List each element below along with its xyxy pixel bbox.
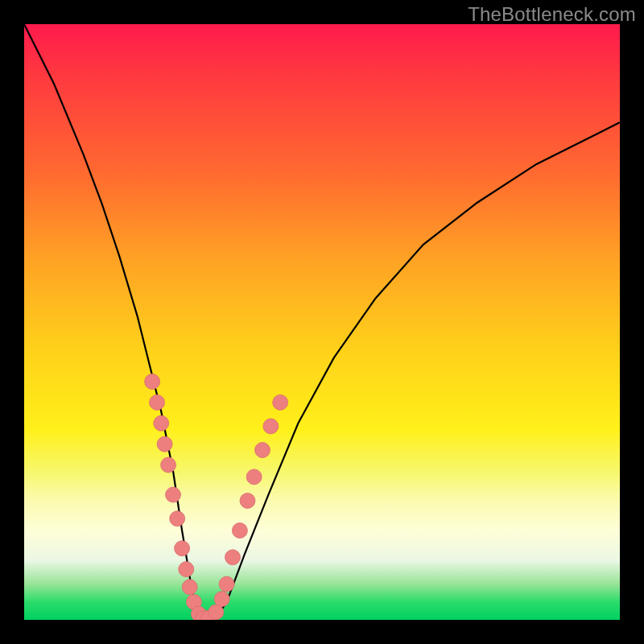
data-marker [240, 493, 255, 509]
chart-svg [24, 24, 620, 620]
data-marker [179, 562, 194, 577]
data-marker [246, 469, 262, 485]
data-marker [175, 541, 190, 556]
data-marker [170, 511, 185, 526]
data-marker [232, 523, 247, 539]
bottleneck-curve [24, 24, 620, 620]
data-marker [166, 487, 181, 502]
chart-plot-area [24, 24, 620, 620]
data-marker [273, 394, 288, 410]
data-marker [157, 436, 172, 452]
data-marker [263, 419, 279, 434]
chart-frame: TheBottleneck.com [0, 0, 644, 644]
data-marker [154, 415, 169, 431]
data-marker [161, 457, 176, 473]
data-marker [255, 443, 270, 458]
data-marker [145, 374, 160, 390]
watermark-text: TheBottleneck.com [468, 3, 636, 26]
data-marker [219, 576, 234, 592]
data-marker [182, 580, 197, 595]
data-marker [214, 592, 229, 607]
data-marker [150, 394, 165, 410]
data-marker [225, 550, 241, 565]
marker-layer [145, 374, 288, 621]
